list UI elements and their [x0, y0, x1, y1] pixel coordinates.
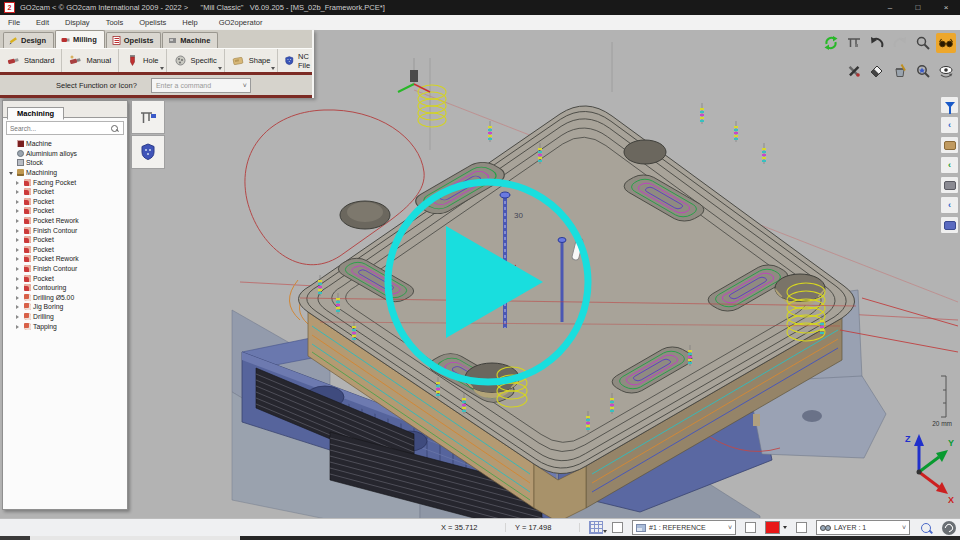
mill-tool-icon — [24, 246, 31, 253]
reference-checkbox[interactable] — [612, 522, 623, 533]
title-bar: 2 GO2cam < © GO2cam International 2009 -… — [0, 0, 960, 15]
tab-opelists[interactable]: Opelists — [106, 32, 162, 48]
tree-item-stock[interactable]: Stock — [3, 158, 127, 168]
layer-checkbox[interactable] — [796, 522, 807, 533]
command-bar: Select Function or Icon? Enter a command… — [0, 75, 312, 95]
maximize-button[interactable]: □ — [904, 0, 932, 15]
eraser-icon[interactable] — [867, 61, 887, 81]
tree-item-operation[interactable]: Pocket — [3, 206, 127, 216]
menu-file[interactable]: File — [0, 18, 28, 27]
redo-icon[interactable] — [890, 33, 910, 53]
shape-icon — [232, 54, 245, 67]
ribbon-divider — [0, 95, 312, 98]
tree-item-operation[interactable]: Finish Contour — [3, 264, 127, 274]
mill-tool-icon — [24, 275, 31, 282]
filter-button[interactable] — [940, 96, 959, 114]
collapse-button-1[interactable]: ‹ — [940, 116, 959, 134]
mill-tool-icon — [24, 255, 31, 262]
specific-button[interactable]: Specific — [167, 49, 225, 72]
quick-access-row-1 — [821, 33, 956, 53]
measure-flag-button[interactable] — [131, 100, 165, 134]
tree-item-operation[interactable]: Drilling — [3, 312, 127, 322]
delete-bin-icon[interactable] — [890, 61, 910, 81]
tree-item-operation[interactable]: Pocket — [3, 235, 127, 245]
drill-tool-icon — [24, 313, 31, 320]
hole-button[interactable]: Hole — [119, 49, 166, 72]
grid-toggle-button[interactable] — [589, 521, 603, 534]
tree-item-operation[interactable]: Pocket Rework — [3, 254, 127, 264]
undo-icon[interactable] — [867, 33, 887, 53]
tree-item-operation[interactable]: Pocket — [3, 273, 127, 283]
search-box[interactable] — [6, 121, 124, 135]
dropdown-arrow-icon[interactable] — [271, 67, 275, 70]
close-button[interactable]: × — [932, 0, 960, 15]
tab-milling[interactable]: Milling — [55, 30, 105, 48]
color-checkbox[interactable] — [745, 522, 756, 533]
stock-icon — [17, 159, 24, 166]
view-glasses-icon[interactable] — [936, 33, 956, 53]
minimize-button[interactable]: – — [876, 0, 904, 15]
window-title: GO2cam < © GO2cam International 2009 - 2… — [20, 3, 385, 12]
menu-edit[interactable]: Edit — [28, 18, 57, 27]
nc-file-button[interactable]: NC File — [278, 49, 321, 72]
tree-item-operation[interactable]: Facing Pocket — [3, 177, 127, 187]
tree-item-operation[interactable]: Pocket — [3, 187, 127, 197]
search-input[interactable] — [7, 124, 111, 133]
tree-item-machining[interactable]: Machining — [3, 168, 127, 178]
manual-button[interactable]: Manual — [62, 49, 119, 72]
stock-panel-button[interactable] — [940, 176, 959, 194]
color-selector[interactable] — [765, 521, 787, 534]
tree-item-operation[interactable]: Pocket — [3, 245, 127, 255]
tab-machine[interactable]: Machine — [162, 32, 218, 48]
mill-tool-icon — [24, 198, 31, 205]
menu-help[interactable]: Help — [174, 18, 205, 27]
layer-selector[interactable]: LAYER : 1 ˅ — [816, 520, 910, 535]
tab-design[interactable]: Design — [3, 32, 54, 48]
chevron-left-icon: ‹ — [948, 161, 951, 170]
mag-rotate-icon — [921, 523, 931, 533]
menu-display[interactable]: Display — [57, 18, 98, 27]
visibility-eye-icon[interactable] — [936, 61, 956, 81]
zoom-icon[interactable] — [913, 33, 933, 53]
regenerate-icon[interactable] — [821, 33, 841, 53]
standard-button[interactable]: Standard — [0, 49, 62, 72]
scale-bar: 20 mm — [924, 373, 954, 429]
tools-icon[interactable] — [844, 61, 864, 81]
collapse-button-2[interactable]: ‹ — [940, 156, 959, 174]
ribbon: Design Milling Opelists Machine Standard — [0, 30, 314, 98]
y-coordinate: Y = 17.498 — [515, 523, 580, 532]
zoom-rotate-button[interactable] — [919, 521, 933, 535]
tool-panel-button[interactable] — [940, 136, 959, 154]
reference-selector[interactable]: #1 : REFERENCE ˅ — [632, 520, 736, 535]
tree-item-material[interactable]: Aluminium alloys — [3, 149, 127, 159]
part-panel-button[interactable] — [940, 216, 959, 234]
right-toolbar: ‹ ‹ ‹ — [940, 96, 959, 234]
tree-item-operation[interactable]: Pocket — [3, 197, 127, 207]
menu-opelists[interactable]: Opelists — [131, 18, 174, 27]
mill-tool-icon — [24, 188, 31, 195]
tree-item-operation[interactable]: Tapping — [3, 321, 127, 331]
status-sync-button[interactable] — [942, 521, 956, 535]
tree-item-operation[interactable]: Pocket Rework — [3, 216, 127, 226]
tree-item-operation[interactable]: Contouring — [3, 283, 127, 293]
shape-button[interactable]: Shape — [225, 49, 279, 72]
measure-caliper-icon[interactable] — [844, 33, 864, 53]
zoom-window-icon[interactable] — [913, 61, 933, 81]
menu-go2operator[interactable]: GO2operator — [211, 18, 271, 27]
dropdown-arrow-icon[interactable] — [160, 67, 164, 70]
menu-tools[interactable]: Tools — [98, 18, 132, 27]
tree-item-machine[interactable]: Machine — [3, 139, 127, 149]
command-combo[interactable]: Enter a command ˅ — [151, 78, 251, 93]
chevron-left-icon: ‹ — [948, 201, 951, 210]
stock-icon — [944, 181, 956, 190]
dropdown-arrow-icon[interactable] — [218, 67, 222, 70]
tab-machining[interactable]: Machining — [7, 107, 64, 120]
machining-folder-icon — [17, 169, 24, 176]
nc-shield-button[interactable] — [131, 135, 165, 169]
video-play-button[interactable] — [378, 172, 598, 392]
tree-item-operation[interactable]: Drilling Ø5.00 — [3, 293, 127, 303]
tree-item-operation[interactable]: Jig Boring — [3, 302, 127, 312]
tree-item-operation[interactable]: Finish Contour — [3, 225, 127, 235]
collapse-button-3[interactable]: ‹ — [940, 196, 959, 214]
caliper-flag-icon — [138, 107, 158, 127]
